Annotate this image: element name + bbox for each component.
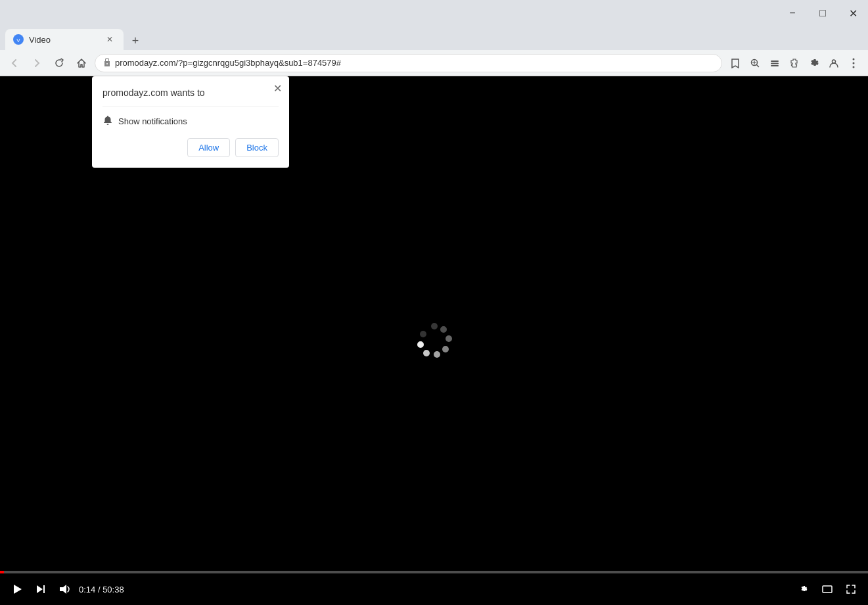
maximize-button[interactable]: □ (808, 0, 838, 26)
svg-rect-5 (771, 65, 779, 66)
theatre-mode-button[interactable] (818, 580, 836, 598)
tab-close-button[interactable]: ✕ (104, 34, 116, 45)
svg-rect-20 (43, 585, 45, 593)
video-controls-bar: 0:14 / 50:38 (0, 573, 868, 605)
svg-rect-22 (823, 586, 832, 593)
svg-point-17 (420, 331, 426, 337)
minimize-button[interactable]: − (777, 0, 808, 26)
home-button[interactable] (72, 54, 91, 72)
window-controls: − □ ✕ (777, 0, 868, 26)
video-player[interactable]: 0:14 / 50:38 promodayz.com wants to ✕ Sh… (0, 76, 868, 605)
play-button[interactable] (8, 580, 26, 598)
toolbar-icons (726, 54, 863, 72)
svg-point-13 (442, 346, 449, 352)
popup-buttons: Allow Block (103, 138, 279, 157)
video-settings-button[interactable] (794, 580, 813, 598)
svg-rect-3 (771, 60, 779, 62)
back-button[interactable] (5, 54, 24, 72)
svg-point-11 (440, 326, 447, 333)
url-bar[interactable]: promodayz.com/?p=gizgcnrqgu5gi3bphayq&su… (95, 54, 722, 72)
lock-icon (103, 57, 111, 68)
bookmark-icon[interactable] (726, 54, 744, 72)
address-bar: promodayz.com/?p=gizgcnrqgu5gi3bphayq&su… (0, 50, 868, 76)
loading-spinner (415, 321, 454, 360)
svg-point-7 (853, 58, 855, 60)
svg-point-9 (853, 66, 855, 68)
title-bar: − □ ✕ (0, 0, 868, 26)
new-tab-button[interactable]: + (126, 32, 145, 50)
popup-title: promodayz.com wants to (103, 87, 205, 98)
popup-close-button[interactable]: ✕ (271, 82, 284, 95)
svg-point-12 (445, 335, 452, 342)
svg-text:V: V (16, 37, 20, 43)
svg-point-16 (417, 341, 424, 348)
close-button[interactable]: ✕ (838, 0, 868, 26)
extensions-icon[interactable] (785, 54, 804, 72)
tab-favicon: V (13, 34, 24, 45)
bell-icon (103, 115, 113, 128)
forward-button[interactable] (28, 54, 46, 72)
svg-point-10 (431, 323, 438, 329)
profile-icon[interactable] (825, 54, 843, 72)
fullscreen-button[interactable] (842, 580, 860, 598)
tab-label: Video (29, 35, 51, 45)
settings-icon[interactable] (805, 54, 823, 72)
permission-text: Show notifications (118, 116, 187, 126)
right-controls (794, 580, 860, 598)
skip-button[interactable] (32, 580, 50, 598)
tab-bar: V Video ✕ + (0, 26, 868, 50)
svg-marker-21 (60, 585, 66, 594)
svg-point-8 (853, 62, 855, 64)
history-icon[interactable] (765, 54, 784, 72)
url-text: promodayz.com/?p=gizgcnrqgu5gi3bphayq&su… (115, 58, 714, 68)
zoom-icon[interactable] (746, 54, 764, 72)
notification-popup: promodayz.com wants to ✕ Show notificati… (92, 76, 289, 168)
svg-rect-4 (771, 62, 779, 64)
svg-marker-19 (37, 585, 43, 593)
popup-divider (103, 107, 279, 107)
active-tab[interactable]: V Video ✕ (5, 29, 124, 50)
popup-permission: Show notifications (103, 115, 279, 128)
volume-button[interactable] (55, 580, 74, 598)
time-display: 0:14 / 50:38 (79, 585, 124, 594)
block-button[interactable]: Block (235, 138, 279, 157)
svg-marker-18 (14, 585, 22, 594)
svg-point-15 (423, 350, 430, 356)
menu-icon[interactable] (844, 54, 863, 72)
refresh-button[interactable] (50, 54, 68, 72)
allow-button[interactable]: Allow (187, 138, 230, 157)
svg-point-14 (434, 351, 440, 358)
